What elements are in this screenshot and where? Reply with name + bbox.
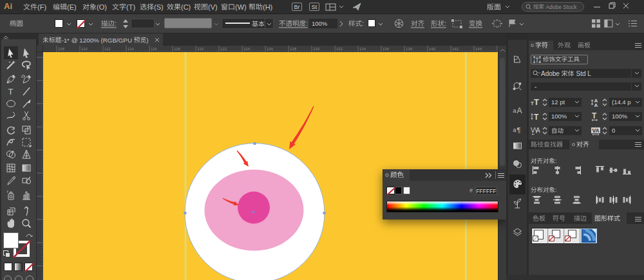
svg-text:Std L: Std L bbox=[576, 70, 592, 77]
svg-text:V: V bbox=[531, 127, 535, 134]
svg-text:A: A bbox=[594, 102, 598, 108]
svg-text:144: 144 bbox=[475, 47, 482, 51]
svg-text:112: 112 bbox=[104, 47, 111, 51]
svg-text:T: T bbox=[8, 87, 14, 97]
svg-text:130: 130 bbox=[313, 47, 320, 51]
svg-text:114: 114 bbox=[128, 47, 134, 51]
svg-text::: : bbox=[362, 19, 364, 27]
svg-text:T: T bbox=[534, 97, 539, 107]
svg-text:126: 126 bbox=[267, 47, 274, 51]
svg-text:VA: VA bbox=[592, 127, 600, 134]
svg-text:118: 118 bbox=[174, 47, 180, 51]
svg-text:108: 108 bbox=[58, 47, 65, 51]
svg-text:136: 136 bbox=[383, 47, 390, 51]
svg-text:(V): (V) bbox=[208, 3, 218, 10]
svg-text:T: T bbox=[535, 57, 539, 63]
svg-text:12 pt: 12 pt bbox=[551, 98, 565, 106]
svg-text:100%: 100% bbox=[612, 113, 628, 120]
svg-text:): ) bbox=[146, 37, 148, 44]
svg-text:110: 110 bbox=[81, 47, 88, 51]
svg-text:122: 122 bbox=[220, 47, 227, 51]
svg-text::: : bbox=[555, 186, 557, 193]
svg-text:(C): (C) bbox=[181, 3, 191, 10]
svg-text:Adobe: Adobe bbox=[541, 70, 560, 77]
svg-text:0: 0 bbox=[612, 127, 615, 134]
svg-text:-1* @ 1200% (RGB/GPU: -1* @ 1200% (RGB/GPU bbox=[61, 37, 132, 44]
svg-text::: : bbox=[444, 19, 446, 27]
svg-text::: : bbox=[555, 157, 557, 164]
svg-text:128: 128 bbox=[290, 47, 297, 51]
svg-text:(S): (S) bbox=[154, 3, 164, 10]
svg-text:120: 120 bbox=[197, 47, 204, 51]
svg-text:Adobe Stock: Adobe Stock bbox=[545, 4, 577, 10]
svg-text:132: 132 bbox=[336, 47, 343, 51]
svg-text:-: - bbox=[535, 83, 536, 90]
svg-text:A: A bbox=[536, 127, 540, 134]
svg-text:(14.4 p: (14.4 p bbox=[612, 98, 631, 106]
svg-text:T: T bbox=[534, 113, 539, 122]
svg-text:100%: 100% bbox=[312, 20, 328, 27]
svg-text:134: 134 bbox=[359, 47, 366, 51]
svg-text:(T): (T) bbox=[126, 3, 135, 10]
svg-text:(H): (H) bbox=[263, 3, 272, 10]
svg-text:100%: 100% bbox=[551, 113, 567, 120]
svg-text:¶: ¶ bbox=[517, 126, 521, 134]
svg-text:140: 140 bbox=[429, 47, 436, 51]
svg-text:a: a bbox=[513, 127, 516, 133]
svg-text:(W): (W) bbox=[235, 3, 247, 10]
svg-text:A: A bbox=[517, 106, 522, 115]
svg-text:a: a bbox=[513, 107, 516, 114]
svg-text:(E): (E) bbox=[67, 3, 77, 10]
svg-text:124: 124 bbox=[243, 47, 251, 51]
svg-text::: : bbox=[115, 19, 117, 27]
svg-text:116: 116 bbox=[151, 47, 157, 51]
svg-text:(O): (O) bbox=[97, 3, 107, 10]
svg-text:142: 142 bbox=[452, 47, 459, 51]
svg-text:(F): (F) bbox=[37, 3, 46, 10]
svg-text:138: 138 bbox=[406, 47, 413, 51]
svg-text:#: # bbox=[469, 187, 473, 194]
svg-text::: : bbox=[306, 19, 308, 27]
